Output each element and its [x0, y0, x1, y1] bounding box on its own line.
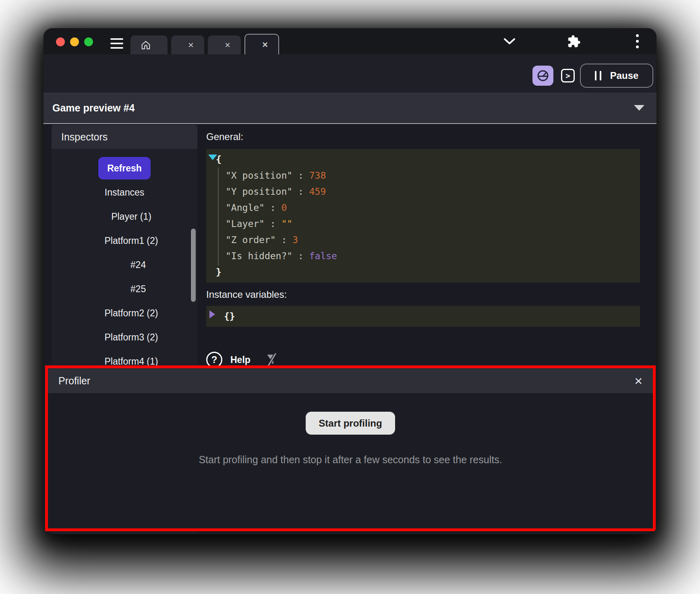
chevron-down-icon[interactable]: [634, 105, 644, 111]
zoom-window-button[interactable]: [84, 37, 93, 46]
json-key: "X position": [226, 170, 292, 181]
json-entry: "Z order" : 3: [206, 232, 640, 248]
debugger-toolbar: > Pause: [43, 54, 657, 93]
profiler-panel: Profiler × Start profiling Start profili…: [45, 365, 656, 531]
profiler-header: Profiler ×: [48, 368, 653, 393]
json-value[interactable]: false: [309, 251, 337, 261]
json-value[interactable]: 3: [292, 235, 298, 245]
inspectors-tree: InstancesPlayer (1)Platform1 (2)#24#25Pl…: [52, 180, 197, 373]
tree-item-instances[interactable]: Instances: [52, 180, 197, 204]
profiler-body: Start profiling Start profiling and then…: [48, 393, 653, 528]
tree-item-platform1-2[interactable]: Platform1 (2): [52, 229, 197, 253]
pause-button[interactable]: Pause: [580, 64, 653, 88]
tree-item-platform2-2[interactable]: Platform2 (2): [52, 301, 197, 325]
gauge-icon: [536, 69, 550, 82]
kebab-menu-icon[interactable]: [632, 28, 642, 54]
json-key: "Angle": [226, 202, 265, 213]
traffic-lights: [56, 37, 93, 46]
tab-level-events[interactable]: ×: [208, 35, 241, 54]
profiler-title: Profiler: [58, 375, 90, 387]
menu-icon[interactable]: [110, 38, 123, 49]
tree-item-24[interactable]: #24: [52, 253, 197, 277]
json-entry: "X position" : 738: [206, 167, 640, 184]
instance-variables-empty: {}: [206, 308, 640, 324]
profiler-description: Start profiling and then stop it after a…: [199, 454, 502, 466]
indent-guide: [218, 167, 219, 266]
game-preview-header[interactable]: Game preview #4: [43, 93, 657, 124]
general-heading: General:: [206, 131, 640, 143]
titlebar: ×××: [43, 28, 657, 54]
tab-home[interactable]: [130, 35, 168, 54]
json-entry: "Layer" : "": [206, 216, 640, 232]
help-button[interactable]: Help: [230, 355, 251, 365]
tab-level[interactable]: ×: [171, 35, 204, 54]
close-icon[interactable]: ×: [634, 374, 642, 388]
console-button[interactable]: >: [561, 69, 575, 82]
minimize-window-button[interactable]: [70, 37, 79, 46]
home-icon: [140, 39, 151, 51]
tree-item-player-1[interactable]: Player (1): [52, 204, 197, 229]
tab-bar: ×××: [130, 34, 279, 54]
tree-item-platform3-2[interactable]: Platform3 (2): [52, 325, 197, 349]
json-key: "Y position": [226, 186, 292, 197]
pause-icon: [595, 71, 601, 80]
inspectors-header: Inspectors: [52, 125, 197, 149]
instance-variables-heading: Instance variables:: [206, 289, 640, 301]
general-json-view: { "X position" : 738"Y position" : 459"A…: [206, 149, 640, 283]
json-entry: "Angle" : 0: [206, 200, 640, 216]
profiler-gauge-button[interactable]: [532, 66, 553, 86]
main-area: Inspectors Refresh InstancesPlayer (1)Pl…: [43, 124, 657, 534]
json-key: "Layer": [226, 219, 265, 229]
json-value[interactable]: 0: [281, 202, 287, 213]
json-value[interactable]: "": [281, 219, 292, 229]
json-value[interactable]: 738: [309, 170, 326, 181]
close-icon[interactable]: ×: [224, 40, 231, 50]
expand-arrow-icon[interactable]: [209, 310, 215, 318]
json-entry: "Is hidden?" : false: [206, 248, 640, 264]
json-key: "Z order": [226, 235, 276, 245]
json-close-brace: }: [206, 264, 640, 280]
close-icon[interactable]: ×: [187, 40, 195, 50]
extensions-puzzle-icon[interactable]: [566, 28, 582, 54]
refresh-button[interactable]: Refresh: [98, 157, 151, 179]
app-window: ××× > Pause Game p: [43, 28, 657, 534]
tree-item-25[interactable]: #25: [52, 277, 197, 301]
close-icon[interactable]: ×: [261, 40, 269, 50]
json-entry: "Y position" : 459: [206, 184, 640, 200]
chevron-down-icon[interactable]: [501, 28, 518, 54]
json-value[interactable]: 459: [309, 186, 326, 197]
scrollbar-thumb[interactable]: [191, 229, 196, 302]
json-open-brace: {: [206, 151, 640, 167]
collapse-arrow-icon[interactable]: [208, 155, 217, 160]
tab-debugger[interactable]: ×: [244, 34, 279, 54]
game-preview-title: Game preview #4: [52, 102, 135, 114]
json-key: "Is hidden?": [226, 251, 292, 261]
instance-variables-view: {}: [206, 306, 640, 327]
close-window-button[interactable]: [56, 37, 65, 46]
start-profiling-button[interactable]: Start profiling: [306, 412, 395, 435]
